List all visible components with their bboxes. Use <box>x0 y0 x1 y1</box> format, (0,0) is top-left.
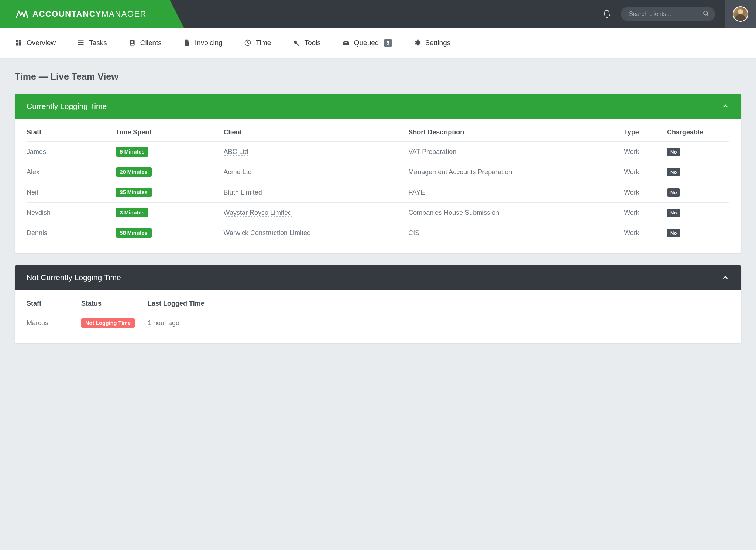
svg-rect-2 <box>16 40 18 43</box>
svg-rect-7 <box>78 42 84 43</box>
cell-chargeable: No <box>664 203 729 223</box>
avatar <box>733 6 748 22</box>
nav-overview[interactable]: Overview <box>15 39 56 47</box>
invoicing-icon <box>183 39 190 47</box>
nav-label: Tools <box>304 39 320 47</box>
table-row: Dennis58 MinutesWarwick Construction Lim… <box>27 223 729 243</box>
cell-chargeable: No <box>664 223 729 243</box>
nav-label: Time <box>256 39 271 47</box>
clients-icon <box>128 39 136 47</box>
cell-client: Warwick Construction Limited <box>221 223 406 243</box>
svg-rect-12 <box>343 41 349 45</box>
th-chargeable: Chargeable <box>664 119 729 142</box>
cell-chargeable: No <box>664 182 729 203</box>
client-link[interactable]: Acme Ltd <box>224 168 252 176</box>
nav-queued[interactable]: Queued 5 <box>342 39 392 47</box>
nav-tools[interactable]: Tools <box>292 39 320 47</box>
cell-staff: Nevdish <box>27 203 113 223</box>
gear-icon <box>413 39 421 47</box>
cell-last-logged: 1 hour ago <box>145 313 729 333</box>
client-link[interactable]: Warwick Construction Limited <box>224 229 311 237</box>
not-logging-table: Staff Status Last Logged Time MarcusNot … <box>27 290 729 333</box>
chevron-up-icon <box>721 274 729 282</box>
cell-time-spent: 20 Minutes <box>113 162 221 182</box>
svg-rect-5 <box>16 43 18 46</box>
panel-header-not-logging[interactable]: Not Currently Logging Time <box>15 265 741 290</box>
logo-icon <box>16 10 28 18</box>
svg-rect-3 <box>19 40 21 42</box>
chargeable-badge: No <box>667 209 680 217</box>
cell-description: VAT Preparation <box>405 142 621 162</box>
client-link[interactable]: Bluth Limited <box>224 189 262 196</box>
time-badge: 3 Minutes <box>116 208 149 217</box>
search-input[interactable] <box>621 7 715 21</box>
panel-not-logging: Not Currently Logging Time Staff Status … <box>15 265 741 343</box>
bell-icon <box>602 9 611 19</box>
panel-title: Not Currently Logging Time <box>27 273 121 282</box>
clock-icon <box>244 39 251 47</box>
cell-staff: Alex <box>27 162 113 182</box>
th-client: Client <box>221 119 406 142</box>
nav-label: Tasks <box>89 39 107 47</box>
tools-icon <box>292 39 300 47</box>
table-row: Nevdish3 MinutesWaystar Royco LimitedCom… <box>27 203 729 223</box>
currently-logging-table: Staff Time Spent Client Short Descriptio… <box>27 119 729 243</box>
cell-staff: Neil <box>27 182 113 203</box>
cell-time-spent: 58 Minutes <box>113 223 221 243</box>
chargeable-badge: No <box>667 229 680 237</box>
th-status: Status <box>78 290 145 313</box>
cell-time-spent: 35 Minutes <box>113 182 221 203</box>
logo[interactable]: ACCOUNTANCYMANAGER <box>0 0 170 28</box>
panel-currently-logging: Currently Logging Time Staff Time Spent … <box>15 94 741 253</box>
cell-status: Not Logging Time <box>78 313 145 333</box>
cell-description: PAYE <box>405 182 621 203</box>
th-staff: Staff <box>27 119 113 142</box>
cell-staff: Dennis <box>27 223 113 243</box>
th-short-description: Short Description <box>405 119 621 142</box>
status-badge: Not Logging Time <box>81 318 135 328</box>
nav-label: Settings <box>425 39 451 47</box>
top-header: ACCOUNTANCYMANAGER <box>0 0 756 28</box>
cell-type: Work <box>621 203 664 223</box>
user-menu[interactable] <box>725 0 756 28</box>
tasks-icon <box>77 39 85 47</box>
logo-text: ACCOUNTANCYMANAGER <box>32 9 147 19</box>
time-badge: 5 Minutes <box>116 147 149 157</box>
cell-client: Acme Ltd <box>221 162 406 182</box>
nav-label: Invoicing <box>195 39 223 47</box>
cell-staff: James <box>27 142 113 162</box>
cell-time-spent: 3 Minutes <box>113 203 221 223</box>
search-wrap <box>621 7 715 21</box>
client-link[interactable]: ABC Ltd <box>224 148 248 156</box>
cell-type: Work <box>621 162 664 182</box>
svg-point-10 <box>131 41 133 43</box>
table-row: MarcusNot Logging Time1 hour ago <box>27 313 729 333</box>
th-last-logged: Last Logged Time <box>145 290 729 313</box>
nav-tasks[interactable]: Tasks <box>77 39 107 47</box>
queued-badge: 5 <box>384 39 392 47</box>
cell-description: Management Accounts Preparation <box>405 162 621 182</box>
cell-description: CIS <box>405 223 621 243</box>
svg-rect-6 <box>78 40 84 41</box>
panel-header-currently-logging[interactable]: Currently Logging Time <box>15 94 741 119</box>
chargeable-badge: No <box>667 168 680 176</box>
nav-invoicing[interactable]: Invoicing <box>183 39 223 47</box>
dashboard-icon <box>15 39 22 47</box>
cell-description: Companies House Submission <box>405 203 621 223</box>
notifications-button[interactable] <box>602 9 611 19</box>
mail-icon <box>342 39 350 47</box>
cell-type: Work <box>621 223 664 243</box>
main-content: Time — Live Team View Currently Logging … <box>0 58 756 377</box>
svg-rect-4 <box>19 42 21 45</box>
nav-time[interactable]: Time <box>244 39 271 47</box>
cell-client: Waystar Royco Limited <box>221 203 406 223</box>
chevron-up-icon <box>721 102 729 110</box>
main-nav: Overview Tasks Clients Invoicing Time To… <box>0 28 756 58</box>
nav-settings[interactable]: Settings <box>413 39 451 47</box>
cell-type: Work <box>621 182 664 203</box>
time-badge: 58 Minutes <box>116 228 152 238</box>
cell-time-spent: 5 Minutes <box>113 142 221 162</box>
client-link[interactable]: Waystar Royco Limited <box>224 209 292 217</box>
nav-clients[interactable]: Clients <box>128 39 162 47</box>
cell-chargeable: No <box>664 162 729 182</box>
